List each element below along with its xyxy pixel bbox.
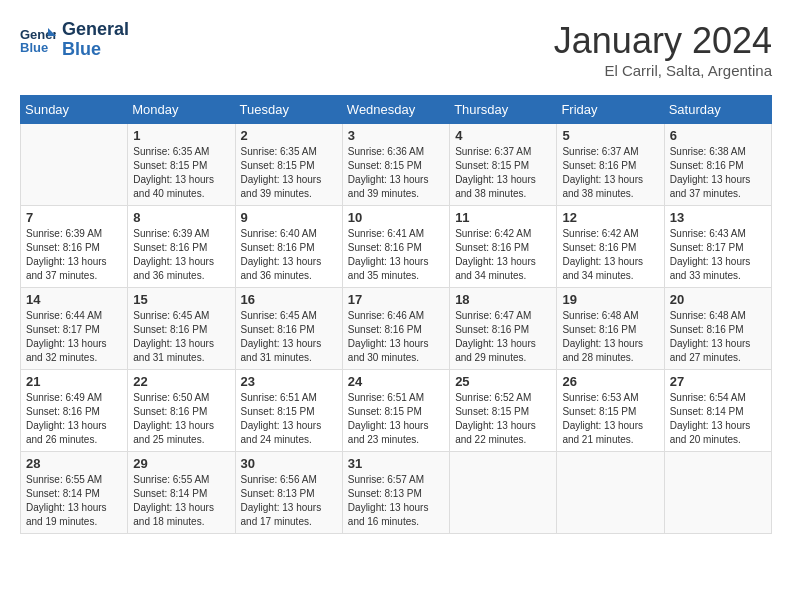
calendar-week-row: 1 Sunrise: 6:35 AM Sunset: 8:15 PM Dayli… [21,124,772,206]
day-number: 18 [455,292,551,307]
sunset-text: Sunset: 8:16 PM [26,406,100,417]
day-info: Sunrise: 6:57 AM Sunset: 8:13 PM Dayligh… [348,473,444,529]
calendar-cell: 9 Sunrise: 6:40 AM Sunset: 8:16 PM Dayli… [235,206,342,288]
calendar-cell: 31 Sunrise: 6:57 AM Sunset: 8:13 PM Dayl… [342,452,449,534]
calendar-cell: 20 Sunrise: 6:48 AM Sunset: 8:16 PM Dayl… [664,288,771,370]
sunrise-text: Sunrise: 6:45 AM [241,310,317,321]
day-info: Sunrise: 6:51 AM Sunset: 8:15 PM Dayligh… [348,391,444,447]
sunrise-text: Sunrise: 6:47 AM [455,310,531,321]
sunset-text: Sunset: 8:16 PM [348,324,422,335]
sunset-text: Sunset: 8:16 PM [133,324,207,335]
daylight-text: Daylight: 13 hours and 40 minutes. [133,174,214,199]
sunrise-text: Sunrise: 6:37 AM [562,146,638,157]
sunset-text: Sunset: 8:16 PM [562,160,636,171]
sunset-text: Sunset: 8:15 PM [133,160,207,171]
daylight-text: Daylight: 13 hours and 16 minutes. [348,502,429,527]
day-number: 3 [348,128,444,143]
logo-icon: General Blue [20,26,56,54]
weekday-header-tuesday: Tuesday [235,96,342,124]
weekday-header-sunday: Sunday [21,96,128,124]
day-number: 9 [241,210,337,225]
weekday-header-friday: Friday [557,96,664,124]
sunset-text: Sunset: 8:15 PM [348,406,422,417]
day-number: 24 [348,374,444,389]
daylight-text: Daylight: 13 hours and 23 minutes. [348,420,429,445]
sunrise-text: Sunrise: 6:40 AM [241,228,317,239]
sunset-text: Sunset: 8:16 PM [455,242,529,253]
calendar-cell: 16 Sunrise: 6:45 AM Sunset: 8:16 PM Dayl… [235,288,342,370]
day-info: Sunrise: 6:47 AM Sunset: 8:16 PM Dayligh… [455,309,551,365]
sunrise-text: Sunrise: 6:56 AM [241,474,317,485]
day-info: Sunrise: 6:52 AM Sunset: 8:15 PM Dayligh… [455,391,551,447]
sunset-text: Sunset: 8:15 PM [455,160,529,171]
calendar-week-row: 7 Sunrise: 6:39 AM Sunset: 8:16 PM Dayli… [21,206,772,288]
logo-text: General Blue [62,20,129,60]
calendar-cell: 7 Sunrise: 6:39 AM Sunset: 8:16 PM Dayli… [21,206,128,288]
calendar-cell: 13 Sunrise: 6:43 AM Sunset: 8:17 PM Dayl… [664,206,771,288]
sunrise-text: Sunrise: 6:46 AM [348,310,424,321]
sunset-text: Sunset: 8:15 PM [348,160,422,171]
sunrise-text: Sunrise: 6:53 AM [562,392,638,403]
daylight-text: Daylight: 13 hours and 34 minutes. [562,256,643,281]
logo: General Blue General Blue [20,20,129,60]
title-area: January 2024 El Carril, Salta, Argentina [554,20,772,79]
sunset-text: Sunset: 8:16 PM [26,242,100,253]
daylight-text: Daylight: 13 hours and 34 minutes. [455,256,536,281]
day-info: Sunrise: 6:45 AM Sunset: 8:16 PM Dayligh… [241,309,337,365]
sunrise-text: Sunrise: 6:42 AM [562,228,638,239]
calendar-table: SundayMondayTuesdayWednesdayThursdayFrid… [20,95,772,534]
day-info: Sunrise: 6:48 AM Sunset: 8:16 PM Dayligh… [562,309,658,365]
calendar-cell: 28 Sunrise: 6:55 AM Sunset: 8:14 PM Dayl… [21,452,128,534]
daylight-text: Daylight: 13 hours and 19 minutes. [26,502,107,527]
calendar-cell [664,452,771,534]
sunrise-text: Sunrise: 6:39 AM [26,228,102,239]
day-number: 20 [670,292,766,307]
daylight-text: Daylight: 13 hours and 28 minutes. [562,338,643,363]
sunrise-text: Sunrise: 6:54 AM [670,392,746,403]
calendar-cell: 30 Sunrise: 6:56 AM Sunset: 8:13 PM Dayl… [235,452,342,534]
sunrise-text: Sunrise: 6:44 AM [26,310,102,321]
day-number: 26 [562,374,658,389]
calendar-cell: 11 Sunrise: 6:42 AM Sunset: 8:16 PM Dayl… [450,206,557,288]
sunset-text: Sunset: 8:17 PM [26,324,100,335]
day-info: Sunrise: 6:39 AM Sunset: 8:16 PM Dayligh… [133,227,229,283]
day-number: 13 [670,210,766,225]
daylight-text: Daylight: 13 hours and 38 minutes. [562,174,643,199]
sunset-text: Sunset: 8:16 PM [241,324,315,335]
daylight-text: Daylight: 13 hours and 35 minutes. [348,256,429,281]
daylight-text: Daylight: 13 hours and 21 minutes. [562,420,643,445]
daylight-text: Daylight: 13 hours and 27 minutes. [670,338,751,363]
day-info: Sunrise: 6:48 AM Sunset: 8:16 PM Dayligh… [670,309,766,365]
sunset-text: Sunset: 8:16 PM [133,242,207,253]
daylight-text: Daylight: 13 hours and 36 minutes. [133,256,214,281]
sunset-text: Sunset: 8:16 PM [562,242,636,253]
calendar-cell: 3 Sunrise: 6:36 AM Sunset: 8:15 PM Dayli… [342,124,449,206]
sunset-text: Sunset: 8:16 PM [670,324,744,335]
sunset-text: Sunset: 8:13 PM [241,488,315,499]
day-number: 10 [348,210,444,225]
day-number: 6 [670,128,766,143]
day-number: 30 [241,456,337,471]
sunset-text: Sunset: 8:15 PM [241,160,315,171]
calendar-cell: 6 Sunrise: 6:38 AM Sunset: 8:16 PM Dayli… [664,124,771,206]
calendar-cell: 23 Sunrise: 6:51 AM Sunset: 8:15 PM Dayl… [235,370,342,452]
calendar-week-row: 28 Sunrise: 6:55 AM Sunset: 8:14 PM Dayl… [21,452,772,534]
day-number: 16 [241,292,337,307]
sunrise-text: Sunrise: 6:39 AM [133,228,209,239]
daylight-text: Daylight: 13 hours and 33 minutes. [670,256,751,281]
daylight-text: Daylight: 13 hours and 17 minutes. [241,502,322,527]
day-number: 22 [133,374,229,389]
daylight-text: Daylight: 13 hours and 31 minutes. [241,338,322,363]
daylight-text: Daylight: 13 hours and 29 minutes. [455,338,536,363]
daylight-text: Daylight: 13 hours and 37 minutes. [670,174,751,199]
day-number: 28 [26,456,122,471]
sunset-text: Sunset: 8:17 PM [670,242,744,253]
month-title: January 2024 [554,20,772,62]
weekday-header-thursday: Thursday [450,96,557,124]
calendar-cell: 21 Sunrise: 6:49 AM Sunset: 8:16 PM Dayl… [21,370,128,452]
calendar-cell [450,452,557,534]
calendar-cell: 10 Sunrise: 6:41 AM Sunset: 8:16 PM Dayl… [342,206,449,288]
calendar-cell: 25 Sunrise: 6:52 AM Sunset: 8:15 PM Dayl… [450,370,557,452]
sunrise-text: Sunrise: 6:36 AM [348,146,424,157]
day-info: Sunrise: 6:38 AM Sunset: 8:16 PM Dayligh… [670,145,766,201]
